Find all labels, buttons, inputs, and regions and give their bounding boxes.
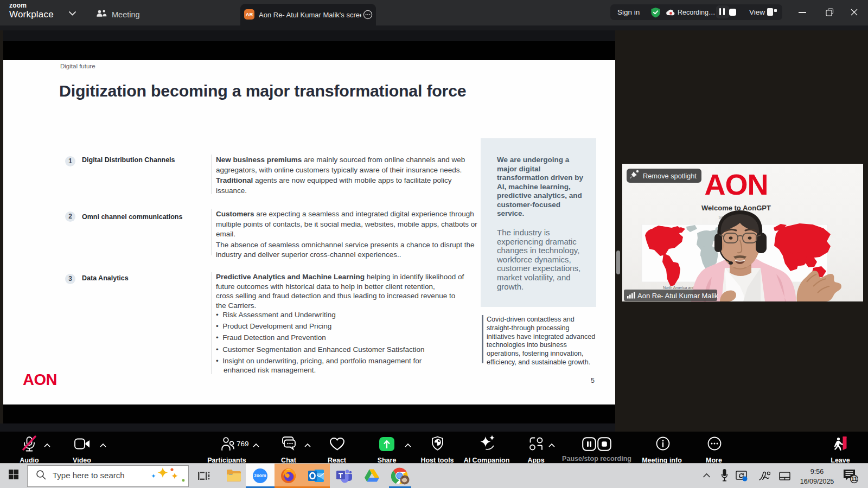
svg-text:Aon Re- Atul Kumar Malik: Aon Re- Atul Kumar Malik: [637, 292, 718, 300]
svg-text:Remove spotlight: Remove spotlight: [643, 172, 697, 180]
svg-text:11: 11: [851, 476, 857, 482]
svg-text:North America and L: North America and L: [663, 286, 698, 290]
svg-text:AON: AON: [705, 168, 768, 201]
